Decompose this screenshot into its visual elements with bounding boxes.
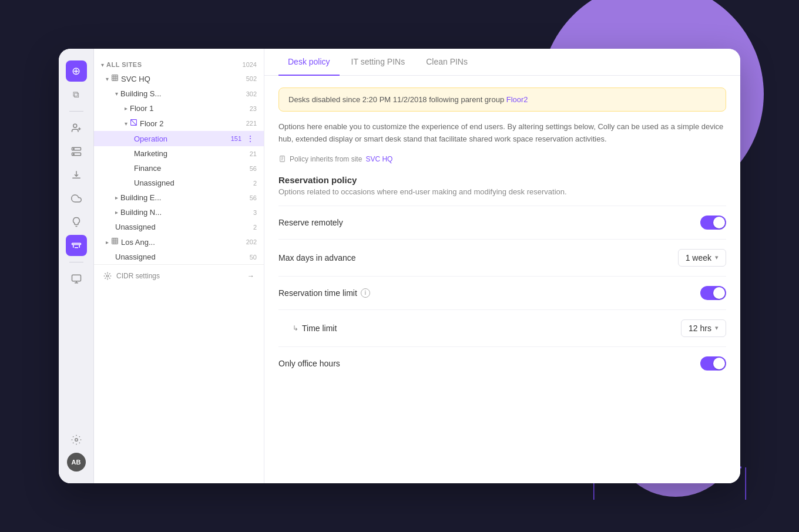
chevron-down-icon: ▾ <box>715 324 719 332</box>
svg-point-4 <box>73 124 76 127</box>
logo-icon[interactable]: ⊕ <box>66 60 87 82</box>
chevron-right-icon: ▸ <box>125 105 127 112</box>
tab-it-setting-pins[interactable]: IT setting PINs <box>342 49 415 76</box>
info-icon[interactable]: i <box>361 288 370 298</box>
svg-rect-15 <box>112 238 118 244</box>
svg-point-16 <box>106 275 109 277</box>
sidebar: ▾ ALL SITES 1024 ▾ SVC HQ 502 ▾ Building… <box>94 49 264 483</box>
reserve-remotely-toggle[interactable] <box>700 216 726 230</box>
sidebar-item-unassigned-svchq[interactable]: Unassigned 2 <box>94 220 264 234</box>
chevron-right-icon: ▸ <box>115 209 118 216</box>
chevron-down-icon: ▾ <box>715 254 719 261</box>
max-days-dropdown[interactable]: 1 week ▾ <box>678 249 726 267</box>
reservation-policy-title: Reservation policy <box>278 175 726 185</box>
svg-point-8 <box>73 154 74 155</box>
time-limit-dropdown[interactable]: 12 hrs ▾ <box>681 319 726 337</box>
policy-row-time-limit-value: ↳ Time limit 12 hrs ▾ <box>278 309 726 346</box>
policy-row-office-hours: Only office hours <box>278 346 726 380</box>
svg-rect-10 <box>72 275 80 281</box>
app-window: ⊕ ⧉ AB <box>59 49 740 483</box>
user-avatar[interactable]: AB <box>67 453 86 472</box>
alert-banner: Desks disabled since 2:20 PM 11/2/2018 f… <box>278 87 726 112</box>
inherit-icon <box>278 155 286 163</box>
nav-divider-2 <box>69 262 83 262</box>
sidebar-item-unassigned-la[interactable]: Unassigned 50 <box>94 250 264 264</box>
policy-row-max-days: Max days in advance 1 week ▾ <box>278 239 726 276</box>
policy-inherit: Policy inherits from site SVC HQ <box>278 155 726 163</box>
policy-row-reserve-remotely: Reserve remotely <box>278 206 726 239</box>
sidebar-item-finance[interactable]: Finance 56 <box>94 161 264 176</box>
office-hours-toggle[interactable] <box>700 356 726 371</box>
settings-icon[interactable] <box>66 429 87 450</box>
sidebar-item-building-s[interactable]: ▾ Building S... 302 <box>94 86 264 101</box>
cloud-icon[interactable] <box>66 188 87 209</box>
people-icon[interactable] <box>66 117 87 139</box>
sidebar-item-operation[interactable]: Operation 151 ⋮ <box>94 131 264 146</box>
server-icon[interactable] <box>66 141 87 162</box>
nav-divider-1 <box>69 111 83 112</box>
svg-line-14 <box>131 120 137 126</box>
building-icon <box>111 74 119 83</box>
tab-desk-policy[interactable]: Desk policy <box>278 49 340 76</box>
arrow-right-icon: → <box>247 272 254 280</box>
svg-point-11 <box>75 439 78 442</box>
sidebar-item-floor1[interactable]: ▸ Floor 1 23 <box>94 101 264 116</box>
chevron-down-icon: ▾ <box>125 120 127 127</box>
download-icon[interactable] <box>66 164 87 186</box>
main-content: Desk policy IT setting PINs Clean PINs D… <box>264 49 740 483</box>
cidr-icon <box>103 272 112 280</box>
sidebar-item-marketing[interactable]: Marketing 21 <box>94 146 264 161</box>
reservation-policy-desc: Options related to occasions where end-u… <box>278 187 726 196</box>
sub-arrow-icon: ↳ <box>293 324 298 332</box>
policy-row-time-limit: Reservation time limit i <box>278 276 726 309</box>
chevron-down-icon: ▾ <box>106 76 109 82</box>
more-options-button[interactable]: ⋮ <box>244 134 257 143</box>
bulb-icon[interactable] <box>66 211 87 233</box>
svg-rect-12 <box>112 75 118 81</box>
desk-icon[interactable] <box>66 235 87 256</box>
layers-icon[interactable]: ⧉ <box>66 84 87 105</box>
sidebar-item-building-e[interactable]: ▸ Building E... 56 <box>94 190 264 205</box>
content-body: Desks disabled since 2:20 PM 11/2/2018 f… <box>264 76 740 483</box>
sidebar-item-building-n[interactable]: ▸ Building N... 3 <box>94 205 264 220</box>
svg-point-7 <box>73 149 74 150</box>
description-text: Options here enable you to customize the… <box>278 121 726 146</box>
floor-disabled-icon <box>130 119 137 128</box>
cidr-settings-footer[interactable]: CIDR settings → <box>94 264 264 287</box>
building-icon <box>111 237 119 247</box>
chevron-down-icon: ▾ <box>101 62 104 68</box>
tabs-bar: Desk policy IT setting PINs Clean PINs <box>264 49 740 76</box>
chevron-right-icon: ▸ <box>115 194 118 201</box>
icon-nav: ⊕ ⧉ AB <box>59 49 94 483</box>
chevron-right-icon: ▸ <box>106 239 109 245</box>
svg-rect-9 <box>72 243 80 244</box>
sidebar-item-all-sites[interactable]: ▾ ALL SITES 1024 <box>94 58 264 71</box>
sidebar-item-los-angeles[interactable]: ▸ Los Ang... 202 <box>94 234 264 250</box>
monitor-icon[interactable] <box>66 268 87 289</box>
sidebar-item-floor2[interactable]: ▾ Floor 2 221 <box>94 116 264 131</box>
tab-clean-pins[interactable]: Clean PINs <box>417 49 477 76</box>
sidebar-item-svc-hq[interactable]: ▾ SVC HQ 502 <box>94 71 264 86</box>
time-limit-toggle[interactable] <box>700 286 726 300</box>
chevron-down-icon: ▾ <box>115 90 118 97</box>
sidebar-item-unassigned-floor2[interactable]: Unassigned 2 <box>94 176 264 190</box>
